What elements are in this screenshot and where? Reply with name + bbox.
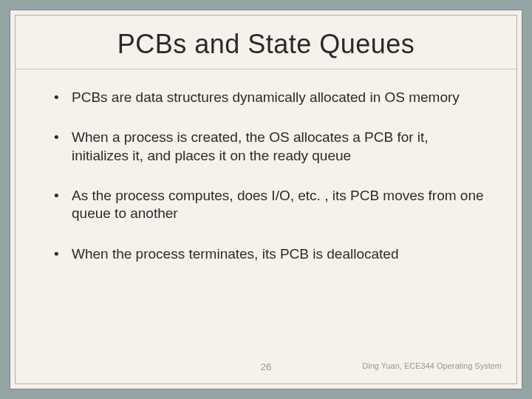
attribution: Ding Yuan, ECE344 Operating System	[362, 361, 502, 370]
list-item: PCBs are data structures dynamically all…	[54, 89, 487, 106]
slide-title: PCBs and State Queues	[45, 29, 487, 60]
slide-inner-frame: PCBs and State Queues PCBs are data stru…	[15, 15, 517, 384]
list-item: When a process is created, the OS alloca…	[54, 129, 487, 165]
slide-footer: 26 Ding Yuan, ECE344 Operating System	[16, 361, 516, 376]
page-number: 26	[261, 361, 271, 372]
list-item: When the process terminates, its PCB is …	[54, 245, 487, 263]
list-item: As the process computes, does I/O, etc. …	[54, 187, 487, 223]
title-divider	[16, 69, 516, 69]
bullet-list: PCBs are data structures dynamically all…	[45, 89, 487, 263]
slide-outer-frame: PCBs and State Queues PCBs are data stru…	[10, 10, 522, 389]
